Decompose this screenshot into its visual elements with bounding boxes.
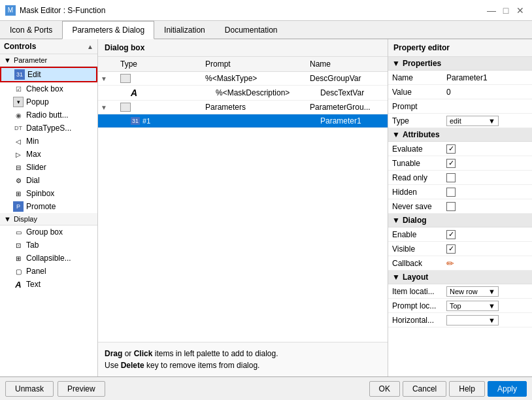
title-bar: M Mask Editor : S-Function — □ ✕ [0,0,532,21]
ctrl-radio[interactable]: ◉ Radio butt... [0,108,97,122]
properties-label: Properties [403,59,441,68]
ctrl-edit[interactable]: 31 Edit [0,67,97,82]
attr-neversave-label: Never save [388,201,444,212]
neversave-checkbox[interactable] [446,202,456,211]
col-type: Type [120,59,205,69]
ctrl-dial[interactable]: ⚙ Dial [0,174,97,187]
display-collapse-icon: ▼ [4,215,11,223]
text-icon: A [13,279,24,290]
ctrl-min[interactable]: ◁ Min [0,135,97,148]
dialog-collapse-icon: ▼ [392,216,400,225]
prop-type-value: edit ▼ [444,114,532,127]
dialog-row-3[interactable]: ▼ Parameters ParameterGrou... [98,101,388,114]
visible-checkbox[interactable] [446,244,456,254]
close-button[interactable]: ✕ [514,4,527,17]
evaluate-checkbox[interactable] [446,144,456,154]
name-1: DescGroupVar [310,74,385,83]
expand-icon-3: ▼ [101,104,120,111]
tab-params-dialog[interactable]: Parameters & Dialog [62,21,154,39]
promote-icon: P [13,201,24,212]
ctrl-text-label: Text [26,280,41,289]
attr-readonly-row: Read only [388,171,532,185]
readonly-checkbox[interactable] [446,173,456,182]
attr-hidden-value [444,186,532,198]
dialog-row-4[interactable]: 31 #1 Parameter1 [98,114,388,128]
cancel-button[interactable]: Cancel [403,381,446,397]
dialog-row-1[interactable]: ▼ %<MaskType> DescGroupVar [98,72,388,86]
tab-initialization[interactable]: Initialization [154,21,215,39]
group-icon-1 [120,74,131,83]
enable-checkbox[interactable] [446,230,456,239]
ctrl-group-box-label: Group box [26,227,63,237]
type-dropdown[interactable]: edit ▼ [446,116,499,126]
layout-label: Layout [403,273,428,282]
display-label: Display [14,215,37,223]
attributes-section-header[interactable]: ▼ Attributes [388,128,532,142]
preview-button[interactable]: Preview [58,381,105,397]
tunable-checkbox[interactable] [446,159,456,168]
prop-prompt-value [444,105,532,108]
ctrl-popup[interactable]: ▾ Popup [0,95,97,108]
spinbox-icon: ⊞ [13,188,24,199]
item-location-dropdown[interactable]: New row ▼ [446,286,499,297]
ctrl-tab[interactable]: ⊡ Tab [0,239,97,252]
tab-icon-ports[interactable]: Icon & Ports [0,21,62,39]
dlg-visible-value [444,243,532,255]
prompt-location-dropdown[interactable]: Top ▼ [446,301,499,311]
attr-neversave-row: Never save [388,199,532,214]
properties-section-header[interactable]: ▼ Properties [388,57,532,71]
dialog-section-header[interactable]: ▼ Dialog [388,214,532,227]
help-button[interactable]: Help [449,381,485,397]
collapse-button[interactable]: ▲ [87,43,93,50]
ctrl-datatype[interactable]: DT DataTypeS... [0,122,97,135]
ctrl-panel[interactable]: ▢ Panel [0,265,97,278]
ctrl-group-box[interactable]: ▭ Group box [0,225,97,239]
attr-tunable-label: Tunable [388,158,444,169]
display-section-header[interactable]: ▼ Display [0,213,97,225]
attr-tunable-value [444,158,532,169]
ctrl-datatype-label: DataTypeS... [26,124,71,133]
ctrl-dial-label: Dial [26,176,40,185]
layout-item-label: Item locati... [388,286,444,297]
window-controls: — □ ✕ [485,4,527,17]
unmask-button[interactable]: Unmask [5,381,54,397]
window-title: Mask Editor : S-Function [20,6,105,15]
bottom-right-buttons: OK Cancel Help Apply [369,381,527,397]
maximize-button[interactable]: □ [499,4,512,17]
hidden-checkbox[interactable] [446,188,456,197]
ctrl-check-box[interactable]: ☑ Check box [0,82,97,95]
ctrl-collapsible[interactable]: ⊞ Collapsible... [0,252,97,265]
apply-button[interactable]: Apply [488,381,527,397]
parameter-section-header[interactable]: ▼ Parameter [0,54,97,67]
group-box-icon: ▭ [13,227,24,237]
name-3: ParameterGrou... [310,103,385,112]
col-name: Name [310,59,385,69]
attributes-label: Attributes [403,130,440,139]
ctrl-slider[interactable]: ⊟ Slider [0,161,97,174]
layout-prompt-label: Prompt loc... [388,300,444,312]
check-icon: ☑ [13,84,24,94]
horizontal-dropdown[interactable]: ▼ [446,315,499,325]
layout-prompt-value: Top ▼ [444,299,532,312]
layout-item-row: Item locati... New row ▼ [388,284,532,299]
callback-edit-icon[interactable]: ✏ [446,258,454,269]
ctrl-text[interactable]: A Text [0,278,97,291]
ctrl-tab-label: Tab [26,241,39,250]
tab-documentation[interactable]: Documentation [215,21,288,39]
ctrl-promote[interactable]: P Promote [0,200,97,213]
dialog-label: Dialog [403,216,427,225]
dial-icon: ⚙ [13,175,24,186]
ctrl-spinbox[interactable]: ⊞ Spinbox [0,187,97,200]
dlg-visible-row: Visible [388,242,532,256]
dialog-row-2[interactable]: A %<MaskDescription> DescTextVar [98,86,388,101]
ctrl-max[interactable]: ▷ Max [0,148,97,161]
prompt-3: Parameters [205,103,310,112]
ok-button[interactable]: OK [369,381,400,397]
dlg-callback-label: Callback [388,258,444,269]
minimize-button[interactable]: — [485,4,498,17]
hint-line1: Drag or Click items in left palette to a… [105,348,381,359]
layout-section-header[interactable]: ▼ Layout [388,271,532,284]
ctrl-collapsible-label: Collapsible... [26,254,71,263]
layout-item-value: New row ▼ [444,285,532,298]
ctrl-slider-label: Slider [26,163,46,172]
